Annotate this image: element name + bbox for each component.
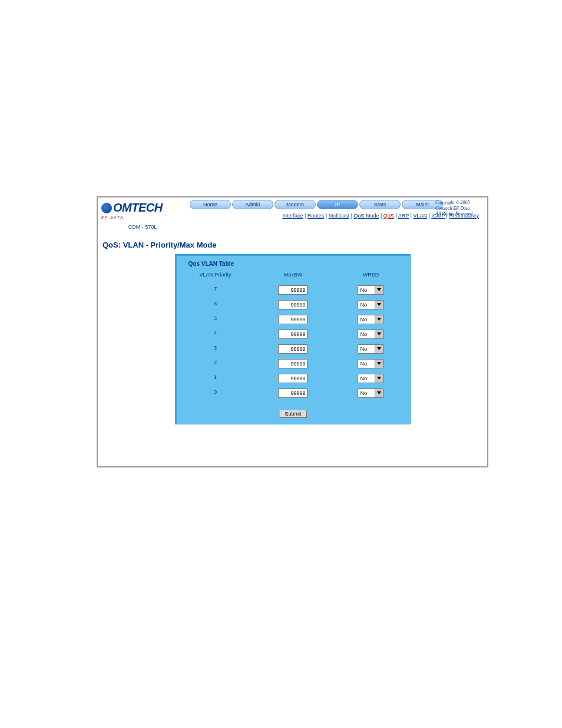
svg-marker-2 [377, 318, 381, 321]
table-row: 0No [178, 386, 409, 399]
brand-logo: OMTECH [101, 201, 163, 215]
logo-block: OMTECH EF DATA CDM - 570L [101, 200, 184, 230]
model-label: CDM - 570L [101, 224, 184, 230]
wred-select[interactable]: No [358, 300, 384, 309]
table-row: 6No [178, 297, 409, 311]
maxbw-cell [254, 341, 332, 355]
maxbw-cell [254, 371, 332, 384]
maxbw-cell [254, 327, 332, 340]
maxbw-input[interactable] [278, 344, 308, 354]
subnav-routes[interactable]: Routes [308, 213, 325, 219]
wred-value: No [358, 389, 375, 397]
wred-value: No [358, 345, 375, 353]
wred-cell: No [333, 386, 408, 399]
wred-value: No [358, 330, 375, 338]
wred-value: No [358, 301, 375, 309]
subnav-arp[interactable]: ARP [398, 213, 409, 219]
priority-cell: 3 [178, 341, 253, 355]
priority-cell: 1 [178, 371, 253, 384]
subnav-interface[interactable]: Interface [282, 213, 303, 219]
wred-select[interactable]: No [358, 388, 384, 398]
vlan-table: VLAN Priority MaxBW WRED 7No6No5No4No3No… [177, 271, 410, 400]
qos-vlan-panel: Qos VLAN Table VLAN Priority MaxBW WRED … [175, 254, 411, 424]
app-window: Copyright © 2005 Comtech EF Data All Rig… [97, 196, 488, 467]
wred-cell: No [333, 327, 408, 340]
maxbw-input[interactable] [278, 374, 308, 383]
maxbw-cell [254, 297, 332, 311]
top-bar: OMTECH EF DATA CDM - 570L Home Admin Mod… [98, 197, 487, 230]
wred-cell: No [333, 341, 408, 355]
wred-cell: No [333, 312, 408, 325]
wred-value: No [358, 286, 375, 294]
priority-cell: 0 [178, 386, 253, 399]
svg-marker-4 [377, 347, 381, 350]
maxbw-cell [254, 312, 332, 325]
nav-ip[interactable]: IP [317, 200, 358, 209]
maxbw-input[interactable] [278, 359, 308, 368]
wred-select[interactable]: No [358, 315, 384, 324]
maxbw-cell [254, 386, 332, 399]
header-maxbw: MaxBW [254, 272, 332, 281]
wred-select[interactable]: No [358, 285, 384, 295]
priority-cell: 4 [178, 327, 253, 340]
wred-cell: No [333, 297, 408, 311]
wred-select[interactable]: No [358, 374, 384, 383]
table-row: 5No [178, 312, 409, 325]
panel-title: Qos VLAN Table [177, 259, 410, 271]
chevron-down-icon[interactable] [375, 301, 383, 309]
wred-value: No [358, 374, 375, 383]
maxbw-cell [254, 356, 332, 370]
copyright-line: All Rights Reserved [435, 211, 484, 217]
maxbw-input[interactable] [278, 285, 308, 295]
nav-admin[interactable]: Admin [232, 200, 273, 209]
svg-marker-6 [377, 377, 381, 380]
header-priority: VLAN Priority [178, 272, 253, 281]
priority-cell: 7 [178, 282, 253, 296]
brand-tagline: EF DATA [101, 216, 184, 219]
wred-select[interactable]: No [358, 344, 384, 354]
nav-stats[interactable]: Stats [359, 200, 401, 209]
page-title: QoS: VLAN - Priority/Max Mode [103, 241, 487, 249]
copyright-line: Copyright © 2005 [435, 200, 484, 206]
wred-cell: No [333, 356, 408, 370]
chevron-down-icon[interactable] [375, 330, 383, 338]
chevron-down-icon[interactable] [375, 315, 383, 324]
wred-select[interactable]: No [358, 330, 384, 339]
subnav-qos[interactable]: QoS [384, 213, 394, 219]
chevron-down-icon[interactable] [375, 286, 383, 294]
priority-cell: 2 [178, 356, 253, 370]
copyright-block: Copyright © 2005 Comtech EF Data All Rig… [435, 200, 484, 217]
table-row: 4No [178, 327, 409, 340]
subnav-vlan[interactable]: VLAN [413, 213, 427, 219]
svg-marker-7 [377, 391, 381, 394]
svg-marker-5 [377, 362, 381, 365]
nav-modem[interactable]: Modem [275, 200, 316, 209]
header-wred: WRED [333, 272, 408, 281]
chevron-down-icon[interactable] [375, 374, 383, 383]
subnav-multicast[interactable]: Multicast [329, 213, 350, 219]
table-row: 3No [178, 341, 409, 355]
table-row: 2No [178, 356, 409, 370]
maxbw-input[interactable] [278, 315, 308, 324]
nav-home[interactable]: Home [190, 200, 231, 209]
wred-value: No [358, 360, 375, 368]
maxbw-input[interactable] [278, 330, 308, 339]
maxbw-input[interactable] [278, 300, 308, 309]
chevron-down-icon[interactable] [375, 345, 383, 353]
wred-cell: No [333, 282, 408, 296]
wred-cell: No [333, 371, 408, 384]
chevron-down-icon[interactable] [375, 360, 383, 368]
subnav-qos-mode[interactable]: QoS Mode [353, 213, 379, 219]
svg-marker-1 [377, 303, 381, 306]
chevron-down-icon[interactable] [375, 389, 383, 397]
submit-button[interactable]: Submit [279, 410, 306, 418]
maxbw-input[interactable] [278, 388, 308, 398]
brand-name: OMTECH [113, 201, 163, 215]
copyright-line: Comtech EF Data [435, 206, 484, 212]
svg-marker-0 [377, 288, 381, 291]
wred-select[interactable]: No [358, 359, 384, 368]
svg-marker-3 [377, 332, 381, 335]
priority-cell: 6 [178, 297, 253, 311]
priority-cell: 5 [178, 312, 253, 325]
table-row: 1No [178, 371, 409, 384]
